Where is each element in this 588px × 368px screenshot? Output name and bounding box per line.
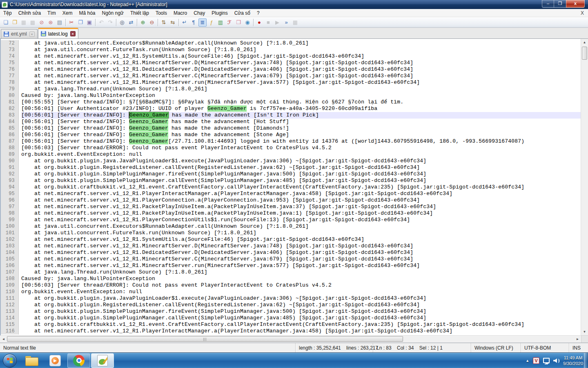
menu-item-7[interactable]: Tools xyxy=(152,9,170,17)
log-line[interactable]: 102 at net.minecraft.server.v1_12_R1.Sys… xyxy=(1,236,581,243)
line-number[interactable]: 78 xyxy=(1,79,19,86)
line-number[interactable]: 107 xyxy=(1,269,19,276)
taskbar-chrome-button[interactable] xyxy=(67,353,90,368)
menu-item-1[interactable]: Chỉnh sửa xyxy=(15,9,44,17)
log-line[interactable]: 84[00:56:01] [Server thread/INFO]: Geenz… xyxy=(1,119,581,125)
log-line[interactable]: 79 at java.lang.Thread.run(Unknown Sourc… xyxy=(1,86,581,92)
menu-item-2[interactable]: Tìm xyxy=(44,9,59,17)
folder-workspace-icon[interactable]: ❒ xyxy=(234,18,243,27)
line-number[interactable]: 104 xyxy=(1,249,19,256)
new-file-icon[interactable]: ❏ xyxy=(2,18,10,27)
log-line[interactable]: 97 at net.minecraft.server.v1_12_R1.Pack… xyxy=(1,204,581,210)
log-line[interactable]: 78 at net.minecraft.server.v1_12_R1.Mine… xyxy=(1,79,581,86)
cut-icon[interactable]: ✂ xyxy=(67,18,76,27)
log-line[interactable]: 110org.bukkit.event.EventException: null xyxy=(1,289,581,295)
show-all-chars-icon[interactable]: ¶ xyxy=(189,18,198,27)
line-number[interactable]: 105 xyxy=(1,256,19,263)
menu-item-5[interactable]: Ngôn ngữ xyxy=(98,9,127,17)
menu-item-11[interactable]: Cửa sổ xyxy=(231,9,254,17)
hidden-icons-arrow[interactable]: ▲ xyxy=(526,359,529,363)
taskbar-explorer-button[interactable] xyxy=(20,353,43,368)
status-insert-mode[interactable]: INS xyxy=(569,343,588,352)
log-line[interactable]: 85[00:56:01] [Server thread/INFO]: Geenz… xyxy=(1,125,581,132)
indent-guide-icon[interactable]: ≣ xyxy=(198,18,207,27)
line-number[interactable]: 82 xyxy=(1,105,19,112)
scroll-up-arrow-icon[interactable]: ▲ xyxy=(581,39,588,46)
macro-run-multi-icon[interactable]: » xyxy=(282,18,290,27)
horizontal-scroll-thumb[interactable] xyxy=(7,336,403,342)
sync-vertical-icon[interactable]: ⇅ xyxy=(160,18,168,27)
log-line[interactable]: 75 at net.minecraft.server.v1_12_R1.Mine… xyxy=(1,60,581,66)
line-number[interactable]: 111 xyxy=(1,295,19,302)
status-encoding[interactable]: UTF-8-BOM xyxy=(521,343,569,352)
vertical-scrollbar[interactable]: ▲ ▼ xyxy=(581,39,588,335)
line-number[interactable]: 108 xyxy=(1,276,19,282)
log-line[interactable]: 116 at net.minecraft.server.v1_12_R1.Pla… xyxy=(1,328,581,334)
log-line[interactable]: 86[00:56:01] [Server thread/INFO]: Geenz… xyxy=(1,132,581,138)
line-number[interactable]: 106 xyxy=(1,263,19,269)
log-line[interactable]: 82[00:56:01] [User Authenticator #23/INF… xyxy=(1,105,581,112)
show-desktop-button[interactable] xyxy=(584,353,588,368)
log-line[interactable]: 99 at net.minecraft.server.v1_12_R1.Play… xyxy=(1,217,581,223)
line-number[interactable]: 100 xyxy=(1,223,19,230)
line-number[interactable]: 88 xyxy=(1,145,19,151)
document-close-x[interactable]: X xyxy=(581,10,584,16)
line-number[interactable]: 87 xyxy=(1,138,19,145)
function-list-icon[interactable]: ℱ xyxy=(225,18,234,27)
line-number[interactable]: 91 xyxy=(1,164,19,171)
vertical-scroll-thumb[interactable] xyxy=(582,47,587,60)
menu-item-4[interactable]: Mã hóa xyxy=(76,9,98,17)
line-number[interactable]: 73 xyxy=(1,47,19,53)
log-line[interactable]: 88[00:56:03] [Server thread/ERROR]: Coul… xyxy=(1,145,581,151)
log-line[interactable]: 109[00:56:03] [Server thread/ERROR]: Cou… xyxy=(1,282,581,289)
taskbar-notepad-plus-plus-button[interactable] xyxy=(91,353,114,368)
word-wrap-icon[interactable]: ↵ xyxy=(180,18,189,27)
line-number[interactable]: 84 xyxy=(1,119,19,125)
zoom-in-icon[interactable]: ⊕ xyxy=(139,18,147,27)
line-number[interactable]: 80 xyxy=(1,92,19,99)
log-line[interactable]: 96 at net.minecraft.server.v1_12_R1.Play… xyxy=(1,197,581,204)
macro-record-icon[interactable]: ● xyxy=(255,18,263,27)
log-line[interactable]: 111 at org.bukkit.plugin.java.JavaPlugin… xyxy=(1,295,581,302)
tab-close-icon[interactable]: × xyxy=(29,31,35,37)
taskbar-clock[interactable]: 11:49 AM 9/30/2020 xyxy=(563,355,583,366)
tab-latest.log[interactable]: latest.log× xyxy=(38,28,78,38)
log-line[interactable]: 92 at org.bukkit.plugin.SimplePluginMana… xyxy=(1,171,581,177)
log-line[interactable]: 108Caused by: java.lang.NullPointerExcep… xyxy=(1,276,581,282)
replace-icon[interactable]: ⇄ xyxy=(127,18,135,27)
menu-item-12[interactable]: ? xyxy=(254,9,263,17)
horizontal-scrollbar[interactable]: ◄ ► xyxy=(0,335,581,343)
monitoring-eye-icon[interactable]: ◉ xyxy=(243,18,252,27)
line-number[interactable]: 99 xyxy=(1,217,19,223)
menu-item-0[interactable]: Tệp xyxy=(0,9,15,17)
scroll-right-arrow-icon[interactable]: ► xyxy=(574,336,581,343)
line-number[interactable]: 86 xyxy=(1,132,19,138)
line-number[interactable]: 81 xyxy=(1,99,19,105)
log-line[interactable]: 103 at net.minecraft.server.v1_12_R1.Min… xyxy=(1,243,581,249)
doc-lightning-icon[interactable]: ƒ xyxy=(207,18,216,27)
volume-icon[interactable] xyxy=(553,359,559,363)
line-number[interactable]: 72 xyxy=(1,40,19,47)
line-number[interactable]: 74 xyxy=(1,53,19,60)
line-number[interactable]: 79 xyxy=(1,86,19,92)
paste-icon[interactable]: ▣ xyxy=(85,18,94,27)
line-number[interactable]: 93 xyxy=(1,177,19,184)
log-line[interactable]: 89org.bukkit.event.EventException: null xyxy=(1,151,581,158)
log-line[interactable]: 76 at net.minecraft.server.v1_12_R1.Dedi… xyxy=(1,66,581,73)
line-number[interactable]: 114 xyxy=(1,315,19,321)
log-line[interactable]: 80Caused by: java.lang.NullPointerExcept… xyxy=(1,92,581,99)
line-number[interactable]: 98 xyxy=(1,210,19,217)
menu-item-3[interactable]: Xem xyxy=(59,9,76,17)
document-map-icon[interactable]: ▥ xyxy=(216,18,225,27)
minimize-button[interactable]: – xyxy=(542,0,554,8)
tab-close-icon[interactable]: × xyxy=(70,31,76,36)
tab-ent.yml[interactable]: ent.yml× xyxy=(1,29,38,38)
line-number[interactable]: 109 xyxy=(1,282,19,289)
log-line[interactable]: 91 at org.bukkit.plugin.RegisteredListen… xyxy=(1,164,581,171)
log-line[interactable]: 112 at org.bukkit.plugin.RegisteredListe… xyxy=(1,302,581,308)
line-number[interactable]: 101 xyxy=(1,230,19,236)
scroll-left-arrow-icon[interactable]: ◄ xyxy=(0,336,7,343)
log-line[interactable]: 73 at java.util.concurrent.FutureTask.ru… xyxy=(1,47,581,53)
line-number[interactable]: 113 xyxy=(1,308,19,315)
log-line[interactable]: 87[00:56:01] [Server thread/INFO]: Geenz… xyxy=(1,138,581,145)
